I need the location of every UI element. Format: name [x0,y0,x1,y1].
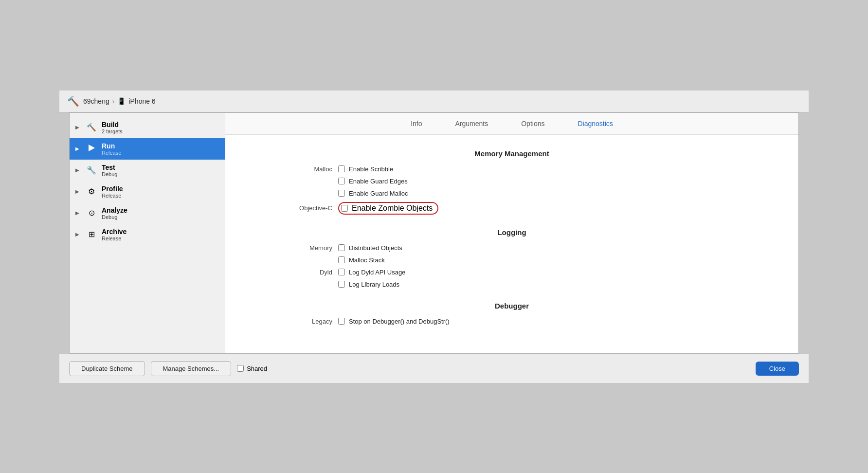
build-icon: 🔨 [86,123,97,132]
guard-edges-row: Enable Guard Edges [338,178,760,185]
log-library-loads-row: Log Library Loads [338,281,760,288]
run-title: Run [102,142,121,150]
diagnostics-content: Memory Management Malloc Enable Scribble… [225,135,798,353]
tab-arguments[interactable]: Arguments [453,119,490,128]
sidebar: ▶ 🔨 Build 2 targets ▶ Run Release ▶ [70,113,225,353]
guard-malloc-row: Enable Guard Malloc [338,190,760,197]
memory-management-header: Memory Management [264,149,760,158]
log-dyld-api-checkbox[interactable] [338,269,345,275]
archive-subtitle: Release [102,236,127,241]
tab-bar: Info Arguments Options Diagnostics [225,113,798,135]
breadcrumb-separator: › [112,97,115,105]
manage-schemes-button[interactable]: Manage Schemes... [151,361,232,376]
malloc-stack-checkbox[interactable] [338,256,345,263]
expand-arrow-build: ▶ [75,125,79,130]
objective-c-label: Objective-C [264,204,332,212]
shared-label: Shared [247,365,267,372]
build-title: Build [102,121,123,128]
malloc-row: Malloc Enable Scribble [264,165,760,173]
tab-options[interactable]: Options [519,119,546,128]
enable-scribble-row: Enable Scribble [338,165,393,173]
debugger-header: Debugger [264,302,760,310]
build-subtitle: 2 targets [102,128,123,134]
project-icon: 🔨 [67,95,79,107]
log-library-loads-checkbox[interactable] [338,281,345,288]
zombie-highlight: Enable Zombie Objects [338,202,438,215]
run-icon [86,145,97,153]
duplicate-scheme-button[interactable]: Duplicate Scheme [69,361,145,376]
enable-zombie-objects-checkbox[interactable] [341,205,348,212]
distributed-objects-checkbox[interactable] [338,244,345,251]
memory-logging-row: Memory Distributed Objects [264,244,760,252]
logging-header: Logging [264,228,760,236]
breadcrumb: 69cheng › 📱 iPhone 6 [83,97,156,105]
profile-icon: ⚙ [86,187,97,196]
content-area: Info Arguments Options Diagnostics Memor… [225,113,798,353]
log-dyld-api-label: Log Dyld API Usage [349,269,405,276]
debugger-section: Debugger Legacy Stop on Debugger() and D… [264,302,760,325]
profile-title: Profile [102,185,123,193]
sidebar-item-build[interactable]: ▶ 🔨 Build 2 targets [70,117,225,138]
objective-c-row: Objective-C Enable Zombie Objects [264,202,760,215]
enable-guard-edges-checkbox[interactable] [338,178,345,184]
enable-guard-malloc-checkbox[interactable] [338,190,345,197]
sidebar-item-run[interactable]: ▶ Run Release [70,138,225,160]
footer: Duplicate Scheme Manage Schemes... Share… [59,354,809,383]
project-name: 69cheng [83,97,109,105]
memory-management-section: Memory Management Malloc Enable Scribble… [264,149,760,215]
shared-control: Shared [237,365,267,372]
test-title: Test [102,164,117,171]
dyld-label: Dyld [264,269,332,276]
expand-arrow-run: ▶ [75,146,79,151]
memory-label: Memory [264,244,332,252]
expand-arrow-analyze: ▶ [75,210,79,216]
profile-subtitle: Release [102,193,123,199]
sidebar-item-profile[interactable]: ▶ ⚙ Profile Release [70,181,225,202]
stop-on-debugger-checkbox[interactable] [338,318,345,325]
archive-icon: ⊞ [86,230,97,239]
expand-arrow-archive: ▶ [75,232,79,237]
log-library-loads-label: Log Library Loads [349,281,399,288]
distributed-objects-label: Distributed Objects [349,244,402,252]
sidebar-item-archive[interactable]: ▶ ⊞ Archive Release [70,224,225,245]
analyze-title: Analyze [102,206,127,214]
run-subtitle: Release [102,150,121,156]
enable-scribble-checkbox[interactable] [338,165,345,172]
analyze-icon: ⊙ [86,208,97,218]
analyze-subtitle: Debug [102,214,127,220]
title-bar: 🔨 69cheng › 📱 iPhone 6 [59,91,809,112]
enable-guard-malloc-label: Enable Guard Malloc [349,190,408,197]
archive-title: Archive [102,228,127,236]
enable-guard-edges-label: Enable Guard Edges [349,178,408,185]
device-name: iPhone 6 [128,97,155,105]
sidebar-item-test[interactable]: ▶ 🔧 Test Debug [70,160,225,181]
stop-on-debugger-label: Stop on Debugger() and DebugStr() [349,318,450,325]
tab-diagnostics[interactable]: Diagnostics [576,119,615,128]
expand-arrow-test: ▶ [75,167,79,173]
close-button[interactable]: Close [756,362,799,376]
legacy-row: Legacy Stop on Debugger() and DebugStr() [264,318,760,325]
test-icon: 🔧 [86,165,97,175]
malloc-stack-label: Malloc Stack [349,256,385,264]
tab-info[interactable]: Info [409,119,424,128]
enable-zombie-objects-label: Enable Zombie Objects [352,204,433,213]
malloc-stack-row: Malloc Stack [338,256,760,264]
dyld-row: Dyld Log Dyld API Usage [264,269,760,276]
malloc-label: Malloc [264,165,332,173]
sidebar-item-analyze[interactable]: ▶ ⊙ Analyze Debug [70,202,225,224]
shared-checkbox[interactable] [237,365,244,372]
enable-scribble-label: Enable Scribble [349,165,393,173]
main-area: ▶ 🔨 Build 2 targets ▶ Run Release ▶ [69,112,799,354]
expand-arrow-profile: ▶ [75,189,79,194]
device-icon: 📱 [117,97,126,105]
legacy-label: Legacy [264,318,332,325]
logging-section: Logging Memory Distributed Objects Mallo… [264,228,760,288]
test-subtitle: Debug [102,171,117,177]
